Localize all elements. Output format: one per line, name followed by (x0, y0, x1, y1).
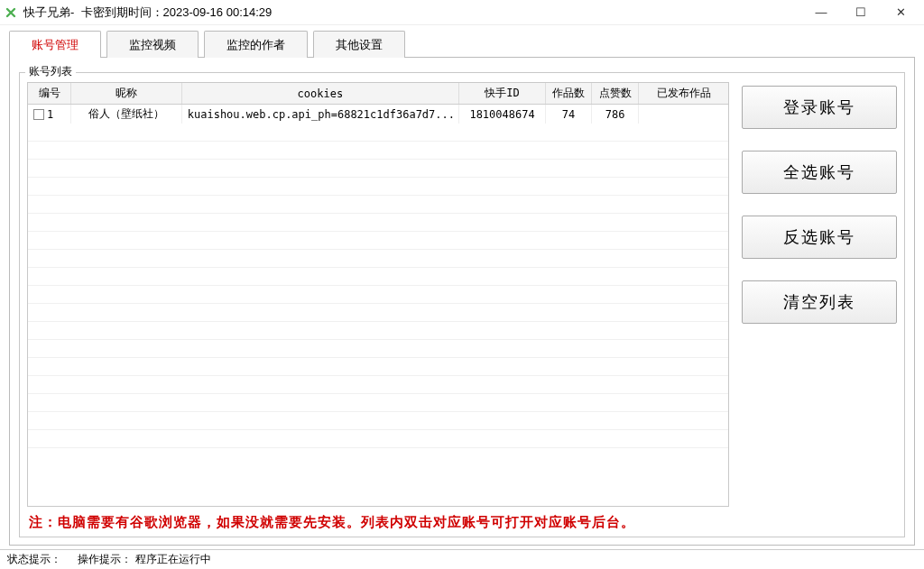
minimize-button[interactable]: — (801, 0, 841, 25)
title-expiry-value: 2023-09-16 00:14:29 (163, 5, 273, 19)
col-header-nickname[interactable]: 昵称 (71, 83, 181, 105)
cell-works: 74 (546, 105, 592, 124)
close-button[interactable]: ✕ (881, 0, 920, 25)
tab-label: 其他设置 (336, 37, 383, 53)
tab-label: 监控视频 (129, 37, 176, 53)
cell-nickname: 俗人（壁纸社） (71, 105, 181, 124)
footer-note: 注：电脑需要有谷歌浏览器，如果没就需要先安装。列表内双击对应账号可打开对应账号后… (27, 507, 897, 533)
cell-id-text: 1 (47, 108, 53, 121)
cell-cookies: kuaishou.web.cp.api_ph=68821c1df36a7d7..… (181, 105, 458, 124)
status-op-value: 程序正在运行中 (135, 552, 211, 567)
tab-account-manage[interactable]: 账号管理 (9, 31, 101, 58)
clear-list-button[interactable]: 清空列表 (742, 280, 897, 324)
table-row[interactable]: 1 俗人（壁纸社） kuaishou.web.cp.api_ph=68821c1… (28, 105, 728, 124)
tab-panel: 账号列表 编号 昵称 cookies 快手ID (9, 57, 915, 546)
row-checkbox[interactable] (33, 109, 44, 120)
cell-ksid: 1810048674 (458, 105, 545, 124)
action-buttons: 登录账号 全选账号 反选账号 清空列表 (742, 82, 897, 507)
panel-title: 账号列表 (25, 64, 76, 79)
status-state-label: 状态提示： (7, 552, 61, 567)
account-list-panel: 账号列表 编号 昵称 cookies 快手ID (19, 72, 905, 537)
table-header-row: 编号 昵称 cookies 快手ID 作品数 点赞数 已发布作品 (28, 83, 728, 105)
titlebar: 快子兄弟 - 卡密到期时间： 2023-09-16 00:14:29 — ☐ ✕ (0, 0, 924, 25)
table-empty-area (28, 124, 728, 506)
tab-label: 监控的作者 (226, 37, 285, 53)
app-icon (4, 5, 18, 20)
col-header-id[interactable]: 编号 (28, 83, 71, 105)
cell-id: 1 (28, 105, 71, 124)
tab-monitor-author[interactable]: 监控的作者 (204, 31, 308, 58)
title-app-name: 快子兄弟 (23, 5, 70, 21)
col-header-cookies[interactable]: cookies (181, 83, 458, 105)
status-op-label: 操作提示： (78, 552, 132, 567)
account-table[interactable]: 编号 昵称 cookies 快手ID 作品数 点赞数 已发布作品 (27, 82, 729, 507)
title-expiry-label: 卡密到期时间： (81, 5, 163, 21)
col-header-published[interactable]: 已发布作品 (639, 83, 728, 105)
col-header-likes[interactable]: 点赞数 (591, 83, 638, 105)
tab-label: 账号管理 (32, 37, 79, 53)
col-header-works[interactable]: 作品数 (546, 83, 592, 105)
status-bar: 状态提示： 操作提示： 程序正在运行中 (0, 549, 924, 569)
tabs: 账号管理 监控视频 监控的作者 其他设置 (9, 31, 915, 58)
maximize-button[interactable]: ☐ (841, 0, 881, 25)
cell-published (639, 105, 728, 124)
col-header-ksid[interactable]: 快手ID (458, 83, 545, 105)
tab-monitor-video[interactable]: 监控视频 (106, 31, 199, 58)
login-account-button[interactable]: 登录账号 (742, 86, 897, 129)
select-all-button[interactable]: 全选账号 (742, 151, 897, 194)
cell-likes: 786 (591, 105, 638, 124)
invert-select-button[interactable]: 反选账号 (742, 216, 897, 259)
tab-other-settings[interactable]: 其他设置 (313, 31, 405, 58)
